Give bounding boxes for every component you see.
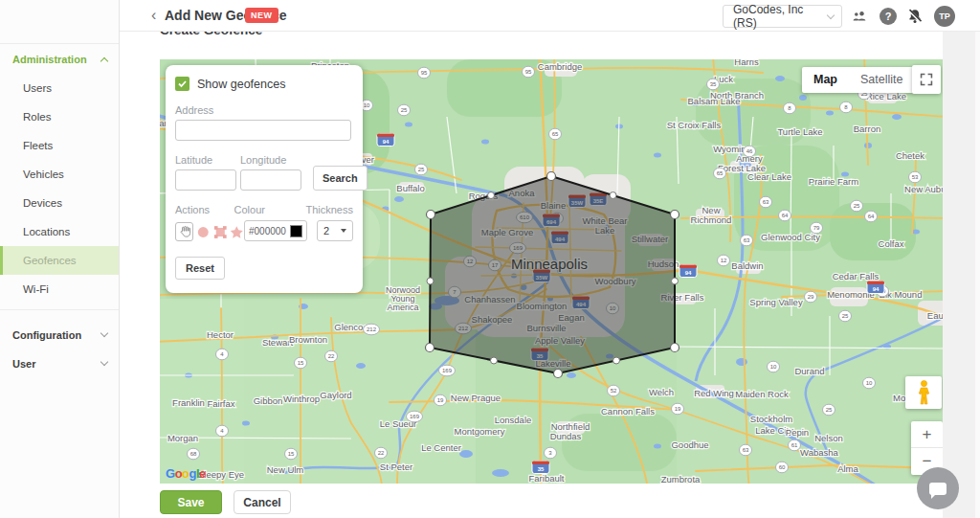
chevron-down-icon [100, 329, 108, 337]
map-type-map-button[interactable]: Map [802, 67, 849, 93]
longitude-input[interactable] [240, 169, 301, 191]
star-tool-icon[interactable] [230, 225, 244, 239]
map-city-label: Le Center [421, 442, 461, 453]
geofence-vertex-handle[interactable] [547, 172, 556, 181]
svg-text:60: 60 [779, 464, 786, 470]
show-geofences-label: Show geofences [197, 78, 285, 91]
route-shield: 15 [285, 448, 298, 460]
route-shield: 29 [805, 291, 817, 303]
map-city-label: Dundas [550, 431, 582, 441]
route-shield: 63 [740, 444, 752, 456]
svg-text:25: 25 [854, 203, 860, 209]
map-city-label: Turtle Lake [777, 126, 822, 137]
save-button[interactable]: Save [160, 490, 222, 514]
route-shield: 64 [865, 211, 878, 222]
svg-text:25: 25 [842, 313, 849, 319]
map-city-label: St Peter [380, 462, 412, 472]
map-city-label: Cedar Falls [833, 271, 880, 282]
sidebar-item-user[interactable]: User [0, 349, 119, 378]
geofence-midpoint-handle[interactable] [427, 278, 434, 284]
sidebar-item-users[interactable]: Users [0, 74, 119, 102]
map-city-label: Stockholm [750, 414, 792, 424]
geofence-midpoint-handle[interactable] [672, 278, 679, 284]
geofence-vertex-handle[interactable] [671, 211, 679, 219]
sidebar-item-locations[interactable]: Locations [0, 217, 119, 246]
geofence-vertex-handle[interactable] [671, 344, 679, 352]
svg-text:29: 29 [808, 294, 814, 300]
zoom-in-button[interactable]: + [911, 421, 943, 448]
svg-text:68: 68 [190, 451, 197, 457]
route-shield: 22 [375, 447, 388, 459]
address-label: Address [175, 104, 353, 116]
content-background [943, 32, 975, 518]
notifications-off-icon[interactable] [906, 8, 924, 25]
polygon-tool-icon[interactable] [213, 225, 228, 239]
users-icon[interactable] [851, 8, 868, 25]
svg-text:63: 63 [744, 237, 750, 243]
svg-text:35: 35 [538, 466, 545, 472]
geofence-vertex-handle[interactable] [554, 370, 563, 378]
map-city-label: Red Wing [694, 388, 734, 398]
route-shield: 19 [672, 403, 684, 415]
route-shield: 212 [364, 324, 380, 335]
colour-input[interactable]: #000000 [244, 220, 307, 241]
chat-fab[interactable] [917, 467, 959, 509]
map-city-label: Goodhue [671, 439, 708, 450]
app-root: AdministrationUsersRolesFleetsVehiclesDe… [0, 0, 980, 518]
sidebar-item-administration[interactable]: Administration [0, 45, 119, 74]
geofence-midpoint-handle[interactable] [610, 192, 616, 199]
sidebar-item-geofences[interactable]: Geofences [0, 246, 119, 275]
colour-swatch[interactable] [290, 225, 302, 237]
geofence-midpoint-handle[interactable] [491, 357, 498, 364]
geofence-midpoint-handle[interactable] [488, 192, 495, 199]
pan-tool-button[interactable] [175, 222, 193, 241]
show-geofences-checkbox[interactable] [175, 77, 189, 91]
svg-text:22: 22 [378, 450, 385, 456]
route-shield: 8 [840, 101, 853, 113]
latitude-input[interactable] [175, 169, 236, 191]
geofence-polygon[interactable] [430, 176, 675, 373]
svg-text:10: 10 [364, 102, 370, 108]
sidebar-item-label: Devices [23, 197, 62, 209]
sidebar-item-label: Roles [23, 111, 51, 123]
user-avatar[interactable]: TP [934, 6, 955, 27]
svg-text:25: 25 [418, 167, 425, 172]
svg-text:63: 63 [743, 447, 749, 453]
map-type-satellite-button[interactable]: Satellite [849, 67, 914, 93]
svg-text:19: 19 [437, 397, 444, 403]
svg-text:61: 61 [791, 442, 798, 448]
map-city-label: Welch [649, 387, 674, 397]
svg-text:212: 212 [367, 327, 377, 332]
map-canvas[interactable]: PrincetonCambridgeHarrisNorth BranchSher… [160, 59, 943, 484]
geofence-midpoint-handle[interactable] [613, 357, 620, 364]
geofence-vertex-handle[interactable] [427, 211, 435, 219]
geofence-vertex-handle[interactable] [426, 344, 434, 352]
help-icon[interactable]: ? [880, 8, 897, 25]
sidebar-item-roles[interactable]: Roles [0, 102, 119, 131]
search-button[interactable]: Search [313, 166, 368, 191]
thickness-select[interactable]: 2 [317, 220, 353, 241]
route-shield: 3 [545, 447, 557, 459]
circle-tool-icon[interactable] [196, 225, 211, 239]
cancel-button[interactable]: Cancel [234, 490, 291, 514]
sidebar-item-configuration[interactable]: Configuration [0, 321, 119, 349]
route-shield: 10 [768, 361, 780, 372]
address-input[interactable] [175, 120, 351, 141]
sidebar-item-devices[interactable]: Devices [0, 189, 119, 217]
organization-select[interactable]: GoCodes, Inc (RS) [723, 5, 842, 28]
sidebar-item-vehicles[interactable]: Vehicles [0, 160, 119, 189]
map-city-label: Montgomery [455, 426, 505, 437]
back-icon[interactable]: ‹ [151, 7, 156, 24]
pegman-control[interactable] [905, 376, 942, 409]
map-city-label: Fairfax [207, 398, 234, 409]
reset-button[interactable]: Reset [175, 257, 225, 280]
svg-text:95: 95 [421, 70, 428, 76]
sidebar-item-wi-fi[interactable]: Wi-Fi [0, 275, 119, 304]
sidebar-item-fleets[interactable]: Fleets [0, 131, 119, 160]
route-shield: 65 [714, 168, 726, 179]
chat-bubble-icon [929, 483, 947, 495]
svg-text:22: 22 [328, 353, 335, 359]
svg-text:64: 64 [782, 213, 789, 218]
fullscreen-button[interactable] [912, 65, 941, 94]
route-shield: 95 [523, 66, 535, 78]
